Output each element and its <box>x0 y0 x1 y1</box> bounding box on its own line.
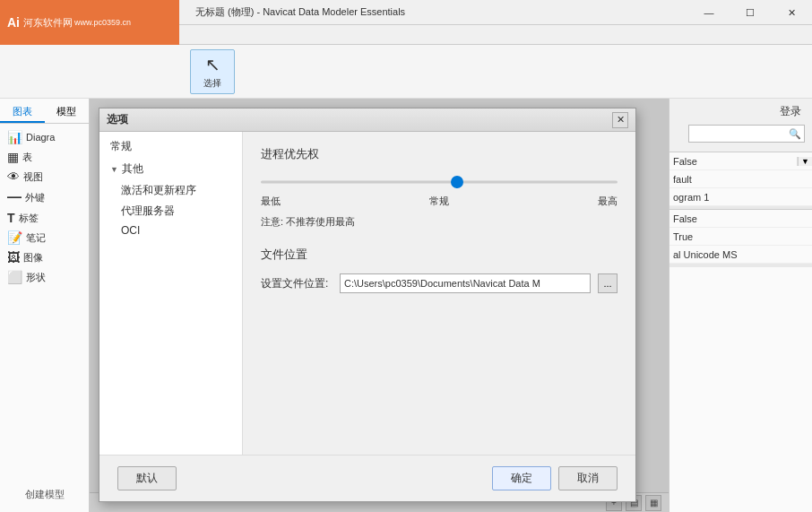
sidebar-item-table[interactable]: ▦ 表 <box>0 147 89 167</box>
modal-nav-proxy-label: 代理服务器 <box>121 204 175 217</box>
modal-nav-general-label: 常规 <box>110 139 132 154</box>
modal-title: 选项 <box>107 112 128 127</box>
modal-content-area: 进程优先权 最低 常规 最高 注意: 不推荐使用最高 <box>243 132 635 455</box>
right-panel-row-4: True <box>669 228 812 246</box>
right-panel-divider-2 <box>669 264 812 267</box>
watermark-site: 河东软件网 <box>23 16 73 30</box>
sidebar-item-fk[interactable]: — 外键 <box>0 187 89 208</box>
modal-nav-other-label: 其他 <box>122 161 143 177</box>
slider-track <box>261 181 618 184</box>
priority-title: 进程优先权 <box>261 146 618 162</box>
select-tool-button[interactable]: ↖ 选择 <box>190 49 235 94</box>
file-location-value: C:\Users\pc0359\Documents\Navicat Data M <box>344 278 540 289</box>
sidebar-item-label-table: 表 <box>22 151 32 164</box>
modal-footer-right: 确定 取消 <box>492 466 618 490</box>
right-panel-value-5: al Unicode MS <box>669 247 812 262</box>
slider-normal-label: 常规 <box>429 195 449 208</box>
close-button[interactable]: ✕ <box>771 0 812 25</box>
slider-thumb[interactable] <box>451 176 463 188</box>
modal-nav-other[interactable]: ▼ 其他 <box>99 158 242 180</box>
right-panel-value-0: False <box>669 154 797 169</box>
slider-labels: 最低 常规 最高 <box>261 195 618 208</box>
sidebar-item-label-note: 笔记 <box>26 231 46 245</box>
login-button[interactable]: 登录 <box>776 102 805 121</box>
content-area: 选项 ✕ 常规 ▼ 其他 激活和更新 <box>90 99 669 512</box>
slider-min-label: 最低 <box>261 195 281 208</box>
watermark-url: www.pc0359.cn <box>74 18 131 27</box>
fk-icon: — <box>7 189 22 205</box>
view-icon: 👁 <box>7 169 20 184</box>
sidebar-item-note[interactable]: 📝 笔记 <box>0 228 89 247</box>
modal-nav-general[interactable]: 常规 <box>99 135 242 158</box>
right-panel-row-0: False ▼ <box>669 152 812 170</box>
sidebar-tabs: 图表 模型 <box>0 102 89 124</box>
file-location-label: 设置文件位置: <box>261 276 333 291</box>
priority-slider-container <box>261 173 618 191</box>
modal-nav-proxy[interactable]: 代理服务器 <box>99 201 242 221</box>
ok-button[interactable]: 确定 <box>492 466 551 490</box>
search-box: 🔍 <box>688 125 805 143</box>
modal-close-button[interactable]: ✕ <box>612 112 628 128</box>
modal-nav-activate-label: 激活和更新程序 <box>121 184 196 196</box>
right-panel-value-4: True <box>669 230 812 244</box>
sidebar-item-label-image: 图像 <box>23 251 43 265</box>
note-icon: 📝 <box>7 230 22 245</box>
sidebar-item-image[interactable]: 🖼 图像 <box>0 247 89 267</box>
right-panel-value-1: fault <box>669 172 812 187</box>
window-controls: — ☐ ✕ <box>688 0 812 25</box>
sidebar: 图表 模型 📊 Diagra ▦ 表 👁 视图 — 外键 T 标签 📝 笔记 🖼 <box>0 99 90 512</box>
search-input[interactable] <box>689 128 786 139</box>
modal-overlay: 选项 ✕ 常规 ▼ 其他 激活和更新 <box>90 99 669 512</box>
modal-footer: 默认 确定 取消 <box>99 455 635 501</box>
tab-diagram[interactable]: 图表 <box>0 102 45 123</box>
main-layout: 图表 模型 📊 Diagra ▦ 表 👁 视图 — 外键 T 标签 📝 笔记 🖼 <box>0 99 812 512</box>
select-label: 选择 <box>203 77 221 90</box>
diagram-icon: 📊 <box>7 130 22 144</box>
table-icon: ▦ <box>7 150 19 164</box>
modal-nav-other-arrow: ▼ <box>110 165 118 174</box>
tab-model[interactable]: 模型 <box>45 102 90 123</box>
sidebar-item-label-tag: 标签 <box>19 212 39 225</box>
label-icon: T <box>7 211 15 225</box>
right-panel-row-2: ogram 1 <box>669 188 812 206</box>
create-model-label: 创建模型 <box>7 488 82 501</box>
file-location-input[interactable]: C:\Users\pc0359\Documents\Navicat Data M <box>340 273 591 293</box>
slider-max-label: 最高 <box>598 195 618 208</box>
right-panel-value-2: ogram 1 <box>669 190 812 204</box>
create-model-area: 创建模型 <box>0 481 89 508</box>
right-panel-row-3: False <box>669 210 812 228</box>
options-modal: 选项 ✕ 常规 ▼ 其他 激活和更新 <box>99 108 636 502</box>
priority-section: 进程优先权 最低 常规 最高 注意: 不推荐使用最高 <box>261 146 618 229</box>
toolbar: ↖ 选择 <box>0 45 812 99</box>
select-icon: ↖ <box>205 54 220 75</box>
watermark: Ai 河东软件网 www.pc0359.cn <box>0 0 179 45</box>
sidebar-item-label[interactable]: T 标签 <box>0 208 89 228</box>
shape-icon: ⬜ <box>7 270 22 284</box>
app-title: 无标题 (物理) - Navicat Data Modeler Essentia… <box>195 5 405 19</box>
modal-title-bar: 选项 ✕ <box>99 108 635 132</box>
restore-button[interactable]: ☐ <box>730 0 771 25</box>
search-icon: 🔍 <box>786 128 804 140</box>
modal-nav-oci[interactable]: OCI <box>99 221 242 239</box>
right-panel-dropdown-0: ▼ <box>797 157 812 166</box>
right-panel-row-1: fault <box>669 170 812 188</box>
modal-nav-oci-label: OCI <box>121 224 140 237</box>
image-icon: 🖼 <box>7 250 20 265</box>
file-browse-button[interactable]: ... <box>598 273 618 293</box>
sidebar-item-label-shape: 形状 <box>26 271 46 284</box>
right-panel: 登录 🔍 False ▼ fault ogram 1 False True al… <box>669 99 812 512</box>
sidebar-item-shape[interactable]: ⬜ 形状 <box>0 267 89 287</box>
file-section-title: 文件位置 <box>261 247 618 263</box>
file-row: 设置文件位置: C:\Users\pc0359\Documents\Navica… <box>261 273 618 293</box>
watermark-logo: Ai <box>7 15 20 30</box>
sidebar-item-diagram[interactable]: 📊 Diagra <box>0 127 89 147</box>
default-button[interactable]: 默认 <box>117 466 177 490</box>
dropdown-arrow-0[interactable]: ▼ <box>798 157 812 166</box>
modal-nav-activate[interactable]: 激活和更新程序 <box>99 180 242 201</box>
minimize-button[interactable]: — <box>688 0 730 25</box>
modal-nav: 常规 ▼ 其他 激活和更新程序 代理服务器 OCI <box>99 132 243 455</box>
cancel-button[interactable]: 取消 <box>558 466 618 490</box>
sidebar-item-view[interactable]: 👁 视图 <box>0 167 89 187</box>
priority-note: 注意: 不推荐使用最高 <box>261 215 618 229</box>
right-panel-value-3: False <box>669 212 812 226</box>
